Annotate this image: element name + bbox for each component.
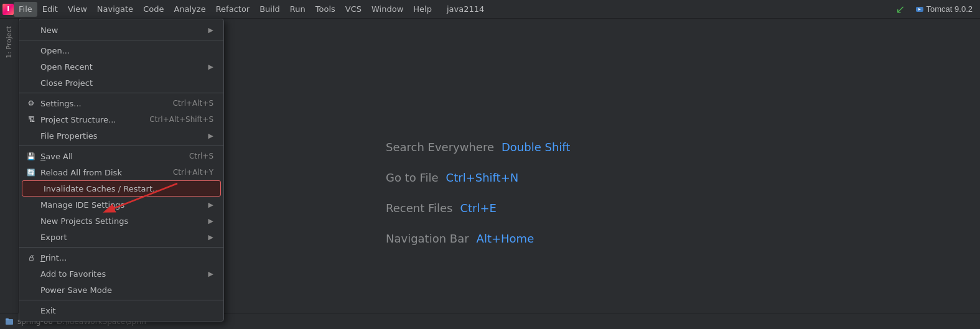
separator-2 bbox=[19, 93, 223, 93]
menu-item-print[interactable]: 🖨 Print... bbox=[19, 249, 223, 266]
menu-file[interactable]: File bbox=[14, 2, 37, 17]
svg-rect-5 bbox=[6, 318, 9, 320]
separator-3 bbox=[19, 146, 223, 146]
file-dropdown-overlay: New ▶ Open... Open Recent ▶ Close Projec… bbox=[19, 19, 224, 322]
menu-item-reload-disk[interactable]: 🔄 Reload All from Disk Ctrl+Alt+Y bbox=[19, 164, 223, 180]
menu-item-close-project[interactable]: Close Project bbox=[19, 75, 223, 91]
menu-bar: I File Edit View Navigate Code Analyze R… bbox=[0, 0, 980, 19]
close-project-icon bbox=[26, 77, 37, 88]
menu-view[interactable]: View bbox=[63, 2, 92, 17]
menu-help[interactable]: Help bbox=[408, 2, 437, 17]
manage-ide-icon bbox=[26, 199, 37, 210]
menu-item-new[interactable]: New ▶ bbox=[19, 22, 223, 38]
open-recent-icon bbox=[26, 61, 37, 72]
file-properties-icon bbox=[26, 130, 37, 141]
hint-search: Search Everywhere Double Shift bbox=[386, 141, 980, 154]
menu-item-settings[interactable]: ⚙ Settings... Ctrl+Alt+S bbox=[19, 95, 223, 111]
menu-item-open-recent[interactable]: Open Recent ▶ bbox=[19, 58, 223, 75]
menu-run[interactable]: Run bbox=[285, 2, 310, 17]
separator-4 bbox=[19, 247, 223, 248]
separator-1 bbox=[19, 40, 223, 40]
export-icon bbox=[26, 231, 37, 243]
file-dropdown-menu: New ▶ Open... Open Recent ▶ Close Projec… bbox=[19, 19, 224, 322]
menu-item-add-favorites[interactable]: Add to Favorites ▶ bbox=[19, 266, 223, 282]
hints-area: Search Everywhere Double Shift Go to Fil… bbox=[261, 37, 980, 329]
menu-item-file-properties[interactable]: File Properties ▶ bbox=[19, 127, 223, 144]
arrow-icon: ▶ bbox=[208, 270, 213, 278]
open-icon bbox=[26, 45, 37, 56]
new-icon bbox=[26, 24, 37, 35]
project-structure-icon: 🏗 bbox=[26, 114, 37, 125]
sidebar-tab-project[interactable]: 1: Project bbox=[2, 21, 16, 63]
hint-goto-file: Go to File Ctrl+Shift+N bbox=[386, 171, 980, 184]
project-name: java2114 bbox=[447, 4, 484, 14]
reload-icon: 🔄 bbox=[26, 167, 37, 178]
app-logo: I bbox=[2, 4, 14, 15]
menu-item-manage-ide[interactable]: Manage IDE Settings ▶ bbox=[19, 197, 223, 213]
invalidate-icon bbox=[29, 183, 40, 194]
menu-item-open[interactable]: Open... bbox=[19, 42, 223, 58]
arrow-icon: ▶ bbox=[208, 26, 213, 34]
menu-edit[interactable]: Edit bbox=[37, 2, 63, 17]
folder-icon bbox=[5, 317, 14, 326]
run-arrow-icon: ↙ bbox=[895, 2, 905, 16]
menu-item-exit[interactable]: Exit bbox=[19, 302, 223, 318]
new-projects-icon bbox=[26, 215, 37, 226]
run-config-button[interactable]: Tomcat 9.0.2 bbox=[910, 3, 978, 15]
menu-vcs[interactable]: VCS bbox=[340, 2, 366, 17]
menu-navigate[interactable]: Navigate bbox=[92, 2, 138, 17]
arrow-icon: ▶ bbox=[208, 233, 213, 241]
hint-nav-bar: Navigation Bar Alt+Home bbox=[386, 232, 980, 245]
arrow-icon: ▶ bbox=[208, 217, 213, 225]
settings-icon: ⚙ bbox=[26, 98, 37, 109]
menu-item-power-save[interactable]: Power Save Mode bbox=[19, 282, 223, 298]
left-sidebar: 1: Project bbox=[0, 19, 19, 329]
menu-code[interactable]: Code bbox=[138, 2, 169, 17]
arrow-icon: ▶ bbox=[208, 132, 213, 140]
menu-item-export[interactable]: Export ▶ bbox=[19, 229, 223, 245]
menu-item-invalidate-caches[interactable]: Invalidate Caches / Restart... bbox=[22, 180, 221, 197]
tomcat-icon bbox=[915, 5, 924, 14]
menu-window[interactable]: Window bbox=[366, 2, 408, 17]
menu-build[interactable]: Build bbox=[254, 2, 285, 17]
menu-refactor[interactable]: Refactor bbox=[211, 2, 255, 17]
exit-icon bbox=[26, 305, 37, 316]
save-icon: 💾 bbox=[26, 151, 37, 162]
menu-item-new-projects[interactable]: New Projects Settings ▶ bbox=[19, 213, 223, 229]
separator-5 bbox=[19, 300, 223, 300]
menu-analyze[interactable]: Analyze bbox=[169, 2, 210, 17]
power-save-icon bbox=[26, 284, 37, 295]
hint-recent-files: Recent Files Ctrl+E bbox=[386, 202, 980, 215]
menu-item-project-structure[interactable]: 🏗 Project Structure... Ctrl+Alt+Shift+S bbox=[19, 111, 223, 127]
menu-item-save-all[interactable]: 💾 Save All Ctrl+S bbox=[19, 148, 223, 164]
arrow-icon: ▶ bbox=[208, 201, 213, 209]
print-icon: 🖨 bbox=[26, 252, 37, 263]
arrow-icon: ▶ bbox=[208, 63, 213, 71]
menu-tools[interactable]: Tools bbox=[310, 2, 340, 17]
favorites-icon bbox=[26, 268, 37, 279]
